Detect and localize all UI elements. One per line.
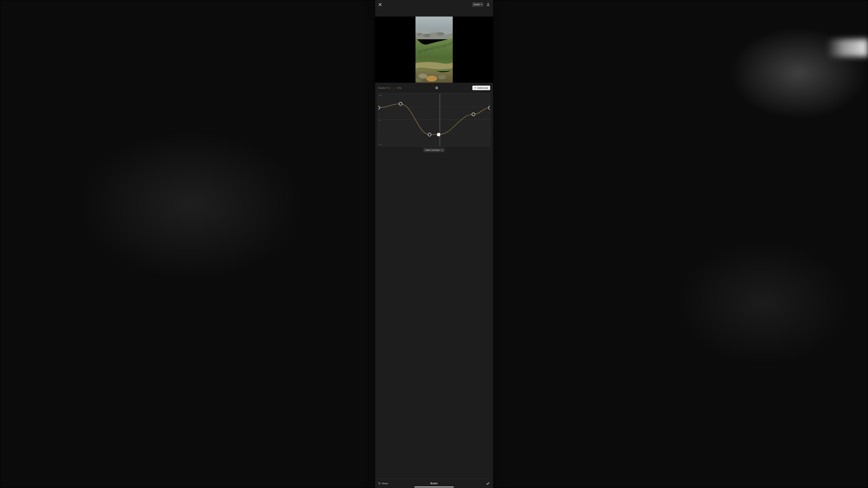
duration-row: Duration7.7s → 3.7s Delete beat [375, 83, 493, 93]
play-pause-button[interactable] [435, 86, 439, 90]
confirm-button[interactable] [486, 481, 490, 486]
make-smoother-label: Make it smoother [426, 149, 440, 151]
pause-bar-left [436, 87, 436, 89]
svg-point-23 [472, 113, 475, 116]
reset-button[interactable]: Reset [378, 482, 388, 485]
chevron-down-icon [480, 4, 482, 5]
reset-icon [378, 482, 381, 485]
check-icon [486, 481, 490, 486]
preset-name: Bullet [430, 482, 437, 485]
home-indicator[interactable] [414, 487, 454, 487]
reset-label: Reset [382, 482, 388, 485]
duration-arrow-icon: → [393, 87, 395, 89]
close-icon [378, 3, 382, 6]
pause-bar-right [437, 87, 438, 89]
chevron-up-icon [441, 150, 442, 151]
speed-curve-panel[interactable]: 10x 1x 0.1x [378, 93, 490, 147]
export-icon [487, 3, 490, 6]
preview-image [415, 17, 453, 83]
sheet-header: 2K/4K [375, 0, 493, 9]
svg-point-2 [423, 34, 431, 37]
speed-curve-sheet: 2K/4K [375, 0, 493, 488]
duration-result: 3.7s [397, 87, 401, 89]
duration-label: Duration7.7s [378, 87, 390, 89]
speed-curve-svg [378, 93, 490, 146]
svg-point-22 [437, 133, 440, 136]
close-button[interactable] [377, 2, 383, 7]
make-smoother-button[interactable]: Make it smoother [423, 148, 445, 152]
svg-point-21 [428, 133, 431, 136]
svg-point-20 [399, 102, 402, 105]
resolution-dropdown[interactable]: 2K/4K [472, 2, 484, 7]
svg-point-19 [378, 106, 380, 109]
svg-point-12 [438, 75, 446, 79]
resolution-label: 2K/4K [474, 3, 480, 6]
export-button[interactable] [485, 2, 491, 7]
svg-point-13 [426, 76, 437, 82]
delete-beat-label: Delete beat [477, 87, 488, 89]
svg-point-3 [436, 32, 444, 36]
preview-frame[interactable] [415, 17, 453, 83]
minus-icon [474, 88, 476, 88]
svg-point-1 [417, 33, 423, 36]
video-preview [375, 17, 493, 83]
sheet-footer: Reset Bullet [375, 479, 493, 488]
delete-beat-button[interactable]: Delete beat [472, 86, 490, 90]
svg-point-24 [488, 106, 490, 109]
